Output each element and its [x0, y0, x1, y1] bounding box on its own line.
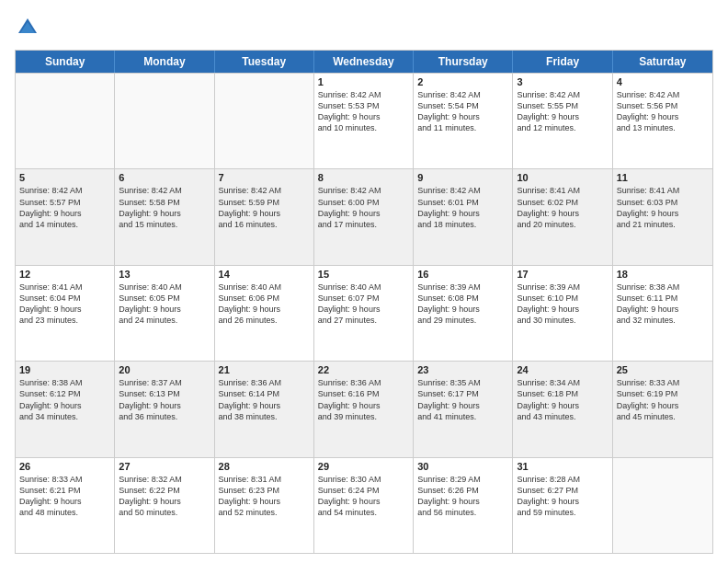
- cell-content: Sunrise: 8:42 AMSunset: 5:57 PMDaylight:…: [19, 185, 110, 230]
- header: [15, 15, 713, 40]
- cell-content: Sunrise: 8:36 AMSunset: 6:16 PMDaylight:…: [318, 377, 409, 422]
- day-number: 4: [617, 76, 709, 87]
- cal-cell: 25Sunrise: 8:33 AMSunset: 6:19 PMDayligh…: [613, 362, 712, 456]
- cal-cell: 24Sunrise: 8:34 AMSunset: 6:18 PMDayligh…: [513, 362, 612, 456]
- header-day-thursday: Thursday: [414, 51, 513, 73]
- day-number: 27: [119, 461, 210, 472]
- cal-cell: 9Sunrise: 8:42 AMSunset: 6:01 PMDaylight…: [414, 169, 513, 264]
- day-number: 1: [318, 76, 409, 87]
- cal-cell: 16Sunrise: 8:39 AMSunset: 6:08 PMDayligh…: [414, 266, 513, 361]
- cal-row-1: 5Sunrise: 8:42 AMSunset: 5:57 PMDaylight…: [16, 168, 712, 264]
- cal-cell: 6Sunrise: 8:42 AMSunset: 5:58 PMDaylight…: [115, 169, 214, 264]
- day-number: 12: [19, 269, 110, 280]
- logo: [15, 15, 44, 40]
- cell-content: Sunrise: 8:42 AMSunset: 5:55 PMDaylight:…: [517, 89, 608, 134]
- cal-cell: 26Sunrise: 8:33 AMSunset: 6:21 PMDayligh…: [16, 458, 115, 553]
- cell-content: Sunrise: 8:40 AMSunset: 6:07 PMDaylight:…: [318, 282, 409, 327]
- cell-content: Sunrise: 8:41 AMSunset: 6:03 PMDaylight:…: [617, 185, 709, 230]
- day-number: 29: [318, 461, 409, 472]
- cal-cell: 21Sunrise: 8:36 AMSunset: 6:14 PMDayligh…: [215, 362, 314, 456]
- day-number: 24: [517, 364, 608, 375]
- cell-content: Sunrise: 8:40 AMSunset: 6:05 PMDaylight:…: [119, 282, 210, 327]
- cell-content: Sunrise: 8:34 AMSunset: 6:18 PMDaylight:…: [517, 377, 608, 422]
- day-number: 10: [517, 172, 608, 183]
- day-number: 28: [219, 461, 310, 472]
- cell-content: Sunrise: 8:42 AMSunset: 6:01 PMDaylight:…: [417, 185, 508, 230]
- day-number: 8: [318, 172, 409, 183]
- day-number: 16: [417, 269, 508, 280]
- cal-cell: 14Sunrise: 8:40 AMSunset: 6:06 PMDayligh…: [215, 266, 314, 361]
- cal-cell: 13Sunrise: 8:40 AMSunset: 6:05 PMDayligh…: [115, 266, 214, 361]
- cell-content: Sunrise: 8:40 AMSunset: 6:06 PMDaylight:…: [219, 282, 310, 327]
- logo-icon: [15, 15, 40, 40]
- cal-cell: 11Sunrise: 8:41 AMSunset: 6:03 PMDayligh…: [613, 169, 712, 264]
- cal-cell: 22Sunrise: 8:36 AMSunset: 6:16 PMDayligh…: [314, 362, 414, 456]
- cal-cell: 28Sunrise: 8:31 AMSunset: 6:23 PMDayligh…: [215, 458, 314, 553]
- day-number: 3: [517, 76, 608, 87]
- cal-cell: [613, 458, 712, 553]
- cal-cell: 17Sunrise: 8:39 AMSunset: 6:10 PMDayligh…: [513, 266, 612, 361]
- cal-cell: 5Sunrise: 8:42 AMSunset: 5:57 PMDaylight…: [16, 169, 115, 264]
- cell-content: Sunrise: 8:35 AMSunset: 6:17 PMDaylight:…: [417, 377, 508, 422]
- cal-cell: 27Sunrise: 8:32 AMSunset: 6:22 PMDayligh…: [115, 458, 214, 553]
- cell-content: Sunrise: 8:42 AMSunset: 5:56 PMDaylight:…: [617, 89, 709, 134]
- day-number: 19: [19, 364, 110, 375]
- cell-content: Sunrise: 8:36 AMSunset: 6:14 PMDaylight:…: [219, 377, 310, 422]
- cell-content: Sunrise: 8:38 AMSunset: 6:12 PMDaylight:…: [19, 377, 110, 422]
- day-number: 30: [417, 461, 508, 472]
- cal-cell: 3Sunrise: 8:42 AMSunset: 5:55 PMDaylight…: [513, 74, 612, 168]
- cell-content: Sunrise: 8:39 AMSunset: 6:10 PMDaylight:…: [517, 282, 608, 327]
- calendar-body: 1Sunrise: 8:42 AMSunset: 5:53 PMDaylight…: [16, 73, 712, 553]
- header-day-tuesday: Tuesday: [215, 51, 314, 73]
- day-number: 20: [119, 364, 210, 375]
- day-number: 6: [119, 172, 210, 183]
- day-number: 7: [219, 172, 310, 183]
- cell-content: Sunrise: 8:28 AMSunset: 6:27 PMDaylight:…: [517, 474, 608, 519]
- cell-content: Sunrise: 8:31 AMSunset: 6:23 PMDaylight:…: [219, 474, 310, 519]
- day-number: 17: [517, 269, 608, 280]
- header-day-wednesday: Wednesday: [314, 51, 414, 73]
- cell-content: Sunrise: 8:38 AMSunset: 6:11 PMDaylight:…: [617, 282, 709, 327]
- cal-cell: 30Sunrise: 8:29 AMSunset: 6:26 PMDayligh…: [414, 458, 513, 553]
- cal-cell: 2Sunrise: 8:42 AMSunset: 5:54 PMDaylight…: [414, 74, 513, 168]
- cal-cell: [215, 74, 314, 168]
- cell-content: Sunrise: 8:33 AMSunset: 6:19 PMDaylight:…: [617, 377, 709, 422]
- cell-content: Sunrise: 8:37 AMSunset: 6:13 PMDaylight:…: [119, 377, 210, 422]
- day-number: 5: [19, 172, 110, 183]
- cell-content: Sunrise: 8:41 AMSunset: 6:04 PMDaylight:…: [19, 282, 110, 327]
- cal-cell: [16, 74, 115, 168]
- cal-cell: 1Sunrise: 8:42 AMSunset: 5:53 PMDaylight…: [314, 74, 414, 168]
- cal-cell: 31Sunrise: 8:28 AMSunset: 6:27 PMDayligh…: [513, 458, 612, 553]
- cal-cell: 12Sunrise: 8:41 AMSunset: 6:04 PMDayligh…: [16, 266, 115, 361]
- cal-cell: 4Sunrise: 8:42 AMSunset: 5:56 PMDaylight…: [613, 74, 712, 168]
- day-number: 25: [617, 364, 709, 375]
- header-day-friday: Friday: [513, 51, 612, 73]
- day-number: 31: [517, 461, 608, 472]
- cell-content: Sunrise: 8:30 AMSunset: 6:24 PMDaylight:…: [318, 474, 409, 519]
- cal-row-3: 19Sunrise: 8:38 AMSunset: 6:12 PMDayligh…: [16, 361, 712, 456]
- cal-cell: [115, 74, 214, 168]
- day-number: 13: [119, 269, 210, 280]
- header-day-monday: Monday: [115, 51, 214, 73]
- cell-content: Sunrise: 8:42 AMSunset: 5:53 PMDaylight:…: [318, 89, 409, 134]
- cal-cell: 15Sunrise: 8:40 AMSunset: 6:07 PMDayligh…: [314, 266, 414, 361]
- header-day-saturday: Saturday: [613, 51, 712, 73]
- cal-row-0: 1Sunrise: 8:42 AMSunset: 5:53 PMDaylight…: [16, 73, 712, 168]
- cal-cell: 8Sunrise: 8:42 AMSunset: 6:00 PMDaylight…: [314, 169, 414, 264]
- cal-cell: 7Sunrise: 8:42 AMSunset: 5:59 PMDaylight…: [215, 169, 314, 264]
- cell-content: Sunrise: 8:42 AMSunset: 6:00 PMDaylight:…: [318, 185, 409, 230]
- cell-content: Sunrise: 8:42 AMSunset: 5:58 PMDaylight:…: [119, 185, 210, 230]
- page: SundayMondayTuesdayWednesdayThursdayFrid…: [0, 0, 728, 563]
- cal-cell: 23Sunrise: 8:35 AMSunset: 6:17 PMDayligh…: [414, 362, 513, 456]
- cell-content: Sunrise: 8:41 AMSunset: 6:02 PMDaylight:…: [517, 185, 608, 230]
- day-number: 11: [617, 172, 709, 183]
- cal-cell: 10Sunrise: 8:41 AMSunset: 6:02 PMDayligh…: [513, 169, 612, 264]
- day-number: 15: [318, 269, 409, 280]
- cell-content: Sunrise: 8:42 AMSunset: 5:59 PMDaylight:…: [219, 185, 310, 230]
- day-number: 14: [219, 269, 310, 280]
- calendar: SundayMondayTuesdayWednesdayThursdayFrid…: [15, 50, 713, 554]
- header-day-sunday: Sunday: [16, 51, 115, 73]
- cell-content: Sunrise: 8:39 AMSunset: 6:08 PMDaylight:…: [417, 282, 508, 327]
- calendar-header: SundayMondayTuesdayWednesdayThursdayFrid…: [16, 51, 712, 73]
- cal-row-4: 26Sunrise: 8:33 AMSunset: 6:21 PMDayligh…: [16, 457, 712, 553]
